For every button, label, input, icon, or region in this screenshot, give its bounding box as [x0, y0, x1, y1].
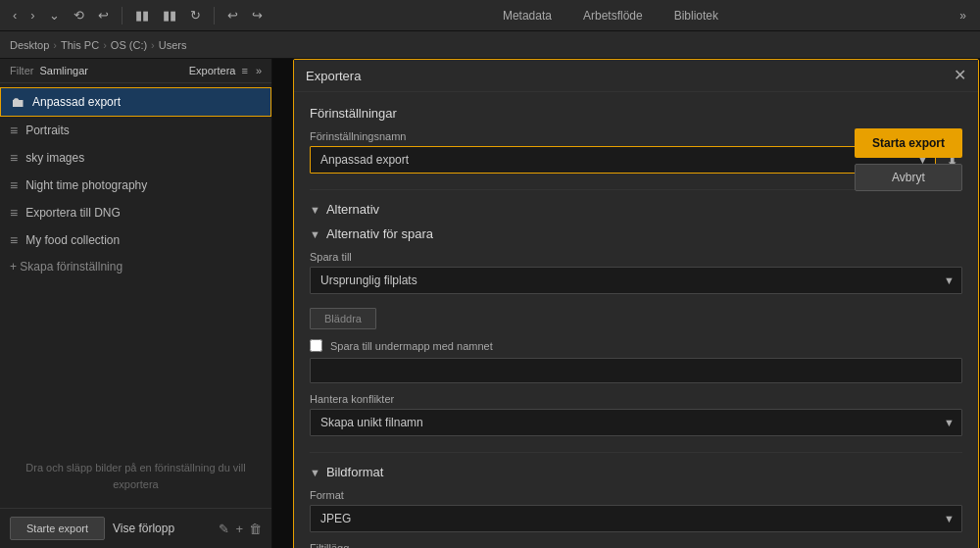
cancel-btn[interactable]: Avbryt: [855, 164, 962, 191]
preset-list: 🖿 Anpassad export ≡ Portraits ≡ sky imag…: [0, 83, 271, 444]
breadcrumb-sep-1: ›: [53, 39, 57, 51]
bildformat-title: Bildformat: [326, 465, 384, 479]
create-preset-label: + Skapa förinställning: [10, 260, 122, 274]
dialog-title: Exportera: [306, 69, 361, 83]
alternativ-chevron-icon: ▼: [310, 204, 320, 216]
browse-field: Bläddra: [310, 304, 962, 329]
konflikter-field: Hantera konflikter Skapa unikt filnamn ▼: [310, 393, 962, 436]
modal-overlay: Exportera ✕ Starta export Avbryt Förinst…: [272, 59, 980, 548]
preset-item-label-3: Night time photography: [25, 178, 147, 192]
edit-icon-btn[interactable]: ✎: [219, 522, 229, 536]
tab-metadata[interactable]: Metadata: [487, 0, 567, 31]
format-label: Format: [310, 489, 962, 501]
start-export-small-btn[interactable]: Starte export: [10, 517, 105, 540]
spara-header[interactable]: ▼ Alternativ för spara: [310, 226, 962, 241]
alternativ-header[interactable]: ▼ Alternativ: [310, 202, 962, 217]
collections-label: Samlingar: [39, 65, 88, 76]
tool-3[interactable]: ↻: [185, 6, 206, 25]
preset-list-icon-5: ≡: [10, 232, 18, 248]
content-area: Exportera ✕ Starta export Avbryt Förinst…: [272, 59, 980, 548]
preset-list-icon-2: ≡: [10, 150, 18, 166]
tab-bibliotek[interactable]: Bibliotek: [659, 0, 734, 31]
preset-list-icon-1: ≡: [10, 123, 18, 138]
spara-till-select[interactable]: Ursprunglig filplats: [310, 267, 962, 294]
left-panel: Filter Samlingar Exportera ≡ » 🖿 Anpassa…: [0, 59, 272, 548]
add-icon-btn[interactable]: +: [235, 522, 243, 536]
spara-till-field: Spara till Ursprunglig filplats ▼: [310, 251, 962, 294]
format-field: Format JPEG ▼: [310, 489, 962, 532]
preset-list-icon-4: ≡: [10, 205, 18, 221]
breadcrumb-users[interactable]: Users: [159, 39, 187, 51]
browse-btn[interactable]: Bläddra: [310, 308, 376, 329]
footer-icons: ✎ + 🗑: [219, 522, 262, 536]
start-export-btn[interactable]: Starta export: [855, 128, 962, 158]
export-label: Exportera: [189, 65, 236, 76]
submapp-input-field: [310, 358, 962, 383]
back-btn2[interactable]: ↩: [93, 6, 114, 25]
breadcrumb-sep-2: ›: [103, 39, 107, 51]
filter-label: Filter: [10, 65, 33, 76]
alternativ-section: ▼ Alternativ ▼ Alternativ för spara: [310, 202, 962, 548]
preset-item-sky[interactable]: ≡ sky images: [0, 144, 271, 172]
redo-btn[interactable]: ↪: [247, 6, 268, 25]
submapp-input[interactable]: [310, 358, 962, 383]
spara-till-select-wrapper: Ursprunglig filplats ▼: [310, 267, 962, 294]
bildformat-header[interactable]: ▼ Bildformat: [310, 465, 962, 479]
tool-2[interactable]: ▮▮: [158, 6, 181, 25]
separator-2: [214, 7, 215, 25]
konflikter-select[interactable]: Skapa unikt filnamn: [310, 409, 962, 436]
toolbar-more[interactable]: »: [954, 9, 972, 23]
create-preset-item[interactable]: + Skapa förinställning: [0, 254, 271, 279]
breadcrumb-thispc[interactable]: This PC: [61, 39, 99, 51]
undo-btn[interactable]: ↩: [222, 6, 243, 25]
dialog-titlebar: Exportera ✕: [294, 60, 978, 92]
preset-item-anpassad[interactable]: 🖿 Anpassad export: [0, 87, 271, 117]
export-dialog: Exportera ✕ Starta export Avbryt Förinst…: [293, 59, 979, 548]
breadcrumb-osc[interactable]: OS (C:): [111, 39, 147, 51]
nav-back-btn[interactable]: ‹: [8, 6, 22, 25]
submapp-checkbox[interactable]: [310, 339, 322, 352]
tab-arbetsflode[interactable]: Arbetsflöde: [567, 0, 659, 31]
toolbar-tabs: Metadata Arbetsflöde Bibliotek: [487, 0, 734, 31]
history-btn[interactable]: ⟲: [69, 6, 89, 25]
preset-folder-icon: 🖿: [11, 94, 24, 110]
spara-section: ▼ Alternativ för spara Spara till Urspru…: [310, 226, 962, 436]
presets-title: Förinställningar: [310, 106, 962, 121]
spara-title: Alternativ för spara: [326, 226, 433, 241]
expand-btn[interactable]: »: [256, 65, 262, 76]
breadcrumb-sep-3: ›: [151, 39, 155, 51]
panel-footer: Starte export Vise förlopp ✎ + 🗑: [0, 508, 271, 548]
submapp-checkbox-row: Spara till undermapp med namnet: [310, 339, 962, 352]
format-select[interactable]: JPEG: [310, 505, 962, 532]
divider-2: [310, 452, 962, 453]
tool-1[interactable]: ▮▮: [130, 6, 154, 25]
delete-icon-btn[interactable]: 🗑: [249, 522, 262, 536]
alternativ-title: Alternativ: [326, 202, 379, 217]
bildformat-chevron-icon: ▼: [310, 467, 320, 478]
dialog-close-btn[interactable]: ✕: [954, 68, 966, 83]
breadcrumb-desktop[interactable]: Desktop: [10, 39, 49, 51]
nav-forward-btn[interactable]: ›: [25, 6, 39, 25]
progress-label: Vise förlopp: [113, 522, 174, 535]
preset-item-dng[interactable]: ≡ Exportera till DNG: [0, 199, 271, 226]
konflikter-select-wrapper: Skapa unikt filnamn ▼: [310, 409, 962, 436]
preset-item-label-5: My food collection: [25, 233, 120, 247]
panel-menu-btn[interactable]: ≡: [241, 65, 247, 76]
spara-till-label: Spara till: [310, 251, 962, 263]
filtillagg-field: Filtillägg jpg ▼: [310, 542, 962, 548]
bildformat-section: ▼ Bildformat Format JPEG: [310, 465, 962, 548]
preset-item-food[interactable]: ≡ My food collection: [0, 226, 271, 254]
preset-item-portraits[interactable]: ≡ Portraits: [0, 117, 271, 144]
dialog-actions: Starta export Avbryt: [855, 128, 962, 191]
separator-1: [122, 7, 122, 25]
main-layout: Filter Samlingar Exportera ≡ » 🖿 Anpassa…: [0, 59, 980, 548]
top-toolbar: ‹ › ⌄ ⟲ ↩ ▮▮ ▮▮ ↻ ↩ ↪ Metadata Arbetsflö…: [0, 0, 980, 31]
preset-select-wrapper: Anpassad export ▼: [310, 146, 936, 174]
preset-select[interactable]: Anpassad export: [310, 146, 936, 174]
preset-item-label-1: Portraits: [25, 124, 70, 137]
preset-item-nighttime[interactable]: ≡ Night time photography: [0, 172, 271, 199]
preset-item-label: Anpassad export: [32, 95, 121, 109]
spara-chevron-icon: ▼: [310, 228, 320, 240]
breadcrumb-bar: Desktop › This PC › OS (C:) › Users: [0, 31, 980, 59]
nav-dropdown-btn[interactable]: ⌄: [44, 6, 65, 25]
